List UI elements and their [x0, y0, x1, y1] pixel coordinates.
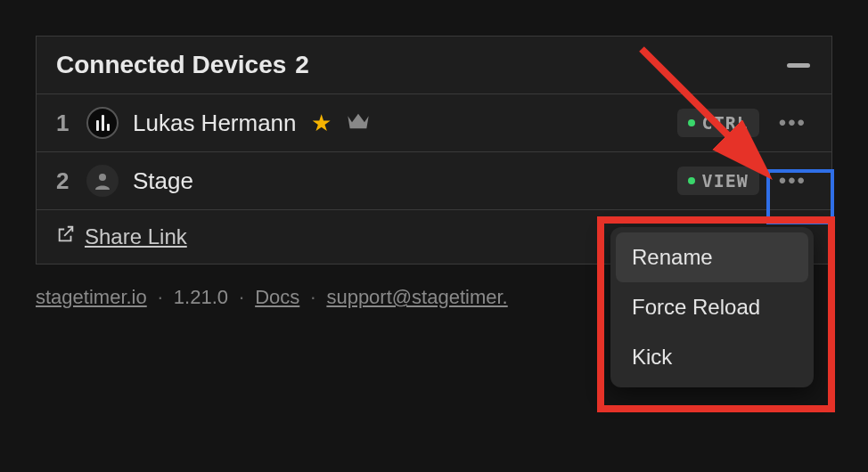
row-menu-button[interactable]: ••• — [774, 165, 812, 197]
separator: · — [158, 286, 163, 309]
menu-item-kick[interactable]: Kick — [616, 332, 808, 382]
share-link[interactable]: Share Link — [85, 224, 187, 249]
share-icon — [56, 224, 76, 249]
footer-version: 1.21.0 — [174, 286, 228, 309]
panel-title-label: Connected Devices — [56, 51, 286, 79]
minus-icon — [787, 63, 810, 68]
row-index: 1 — [56, 110, 72, 137]
logo-bars-icon — [96, 115, 110, 131]
panel-header: Connected Devices 2 — [37, 37, 831, 94]
footer-docs-link[interactable]: Docs — [255, 286, 299, 309]
panel-title-count: 2 — [295, 51, 309, 79]
device-name: Stage — [133, 167, 193, 195]
context-menu: Rename Force Reload Kick — [610, 227, 814, 387]
avatar — [86, 107, 119, 139]
device-row: 2 Stage VIEW ••• — [37, 152, 831, 210]
svg-point-0 — [99, 174, 106, 181]
panel-title: Connected Devices 2 — [56, 51, 309, 79]
footer-support-link[interactable]: support@stagetimer. — [326, 286, 507, 309]
collapse-button[interactable] — [785, 52, 812, 78]
status-dot-icon — [688, 177, 695, 184]
row-index: 2 — [56, 167, 72, 195]
menu-item-rename[interactable]: Rename — [616, 232, 808, 282]
row-menu-button[interactable]: ••• — [774, 107, 812, 139]
badge-label: VIEW — [702, 170, 749, 191]
menu-item-force-reload[interactable]: Force Reload — [616, 282, 808, 332]
badge-label: CTRL — [702, 112, 749, 134]
separator: · — [239, 286, 244, 309]
device-name: Lukas Hermann — [133, 110, 297, 137]
star-icon[interactable]: ★ — [311, 110, 332, 137]
status-dot-icon — [688, 119, 695, 126]
device-row: 1 Lukas Hermann ★ CTRL ••• — [37, 94, 831, 152]
role-badge-view: VIEW — [677, 167, 759, 195]
person-icon — [92, 170, 113, 191]
separator: · — [310, 286, 315, 309]
footer-site-link[interactable]: stagetimer.io — [36, 286, 147, 309]
role-badge-ctrl: CTRL — [677, 109, 759, 137]
crown-icon — [346, 111, 371, 134]
avatar — [86, 165, 119, 197]
